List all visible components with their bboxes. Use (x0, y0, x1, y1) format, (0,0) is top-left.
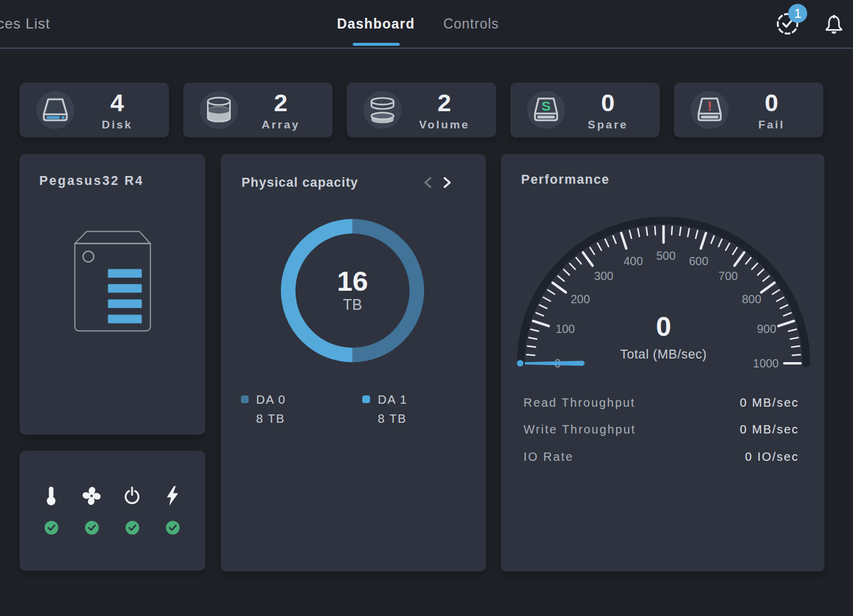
svg-text:S: S (541, 98, 550, 114)
svg-text:300: 300 (594, 269, 614, 282)
svg-text:!: ! (707, 99, 711, 114)
svg-text:600: 600 (689, 254, 708, 268)
svg-text:800: 800 (742, 293, 761, 306)
svg-text:500: 500 (656, 249, 676, 262)
svg-text:200: 200 (570, 293, 590, 306)
svg-text:1: 1 (794, 6, 801, 21)
svg-text:400: 400 (623, 254, 643, 268)
svg-text:700: 700 (719, 269, 738, 282)
